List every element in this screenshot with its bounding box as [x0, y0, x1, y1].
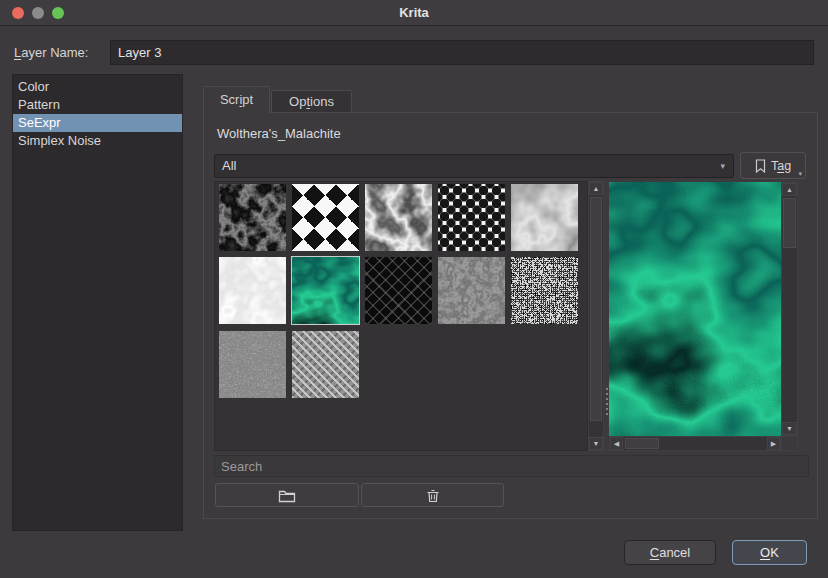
pattern-thumbnail[interactable] — [511, 257, 578, 324]
splitter-grip-icon — [606, 388, 608, 418]
pattern-thumbnail-selected[interactable] — [292, 257, 359, 324]
pattern-thumbnail[interactable] — [219, 331, 286, 398]
generator-list-item-color[interactable]: Color — [13, 78, 182, 96]
scroll-up-button[interactable]: ▲ — [589, 182, 603, 195]
preview-horizontal-scrollbar[interactable]: ◀ ▶ — [609, 436, 781, 451]
pattern-thumbnail[interactable] — [292, 331, 359, 398]
pattern-grid — [214, 181, 588, 451]
pattern-thumbnail[interactable] — [511, 184, 578, 251]
tag-filter-value: All — [222, 158, 236, 173]
generator-type-list: Color Pattern SeExpr Simplex Noise — [12, 74, 183, 531]
pattern-thumbnail[interactable] — [365, 257, 432, 324]
layer-name-input[interactable] — [110, 40, 814, 65]
scroll-left-button[interactable]: ◀ — [610, 437, 623, 450]
tab-script[interactable]: Script — [203, 86, 270, 113]
script-tab-pane: Wolthera's_Malachite All ▾ Tag ▾ — [203, 112, 818, 519]
scroll-right-button[interactable]: ▶ — [767, 437, 780, 450]
folder-icon — [278, 488, 296, 503]
trash-icon — [426, 488, 440, 503]
tag-button[interactable]: Tag ▾ — [740, 152, 806, 179]
titlebar[interactable]: Krita — [0, 0, 828, 26]
chevron-down-icon: ▾ — [798, 170, 802, 178]
pattern-grid-scrollbar[interactable]: ▲ ▼ — [588, 181, 604, 451]
pattern-thumbnail[interactable] — [365, 184, 432, 251]
generator-list-item-pattern[interactable]: Pattern — [13, 96, 182, 114]
pattern-thumbnail[interactable] — [292, 184, 359, 251]
pattern-thumbnail[interactable] — [438, 184, 505, 251]
pattern-thumbnail[interactable] — [219, 257, 286, 324]
tag-filter-dropdown[interactable]: All ▾ — [214, 154, 734, 178]
chevron-down-icon: ▾ — [720, 155, 725, 177]
search-input[interactable] — [214, 455, 809, 477]
delete-resource-button[interactable] — [361, 483, 504, 507]
selected-resource-name: Wolthera's_Malachite — [217, 126, 341, 141]
scroll-thumb[interactable] — [625, 438, 659, 449]
scroll-down-button[interactable]: ▼ — [589, 437, 603, 450]
generator-list-item-seexpr-selected[interactable]: SeExpr — [13, 114, 182, 132]
scrollbar-corner — [781, 436, 798, 451]
tag-button-label: Tag — [771, 159, 791, 173]
import-resource-button[interactable] — [215, 483, 359, 507]
pattern-thumbnail[interactable] — [219, 184, 286, 251]
scroll-down-button[interactable]: ▼ — [782, 422, 797, 435]
pattern-thumbnail[interactable] — [438, 257, 505, 324]
window-title: Krita — [0, 0, 828, 26]
scroll-thumb[interactable] — [783, 198, 796, 248]
new-layer-dialog: Krita Layer Name: Color Pattern SeExpr S… — [0, 0, 828, 578]
preview-vertical-scrollbar[interactable]: ▲ ▼ — [781, 182, 798, 436]
bookmark-icon — [755, 159, 766, 173]
scroll-thumb[interactable] — [590, 197, 602, 421]
scroll-up-button[interactable]: ▲ — [782, 183, 797, 196]
generator-list-item-simplex-noise[interactable]: Simplex Noise — [13, 132, 182, 150]
tab-options[interactable]: Options — [271, 90, 352, 113]
pattern-preview[interactable] — [609, 182, 781, 436]
ok-button[interactable]: OK — [732, 540, 807, 565]
cancel-button[interactable]: Cancel — [624, 540, 716, 565]
layer-name-label: Layer Name: — [14, 45, 88, 60]
